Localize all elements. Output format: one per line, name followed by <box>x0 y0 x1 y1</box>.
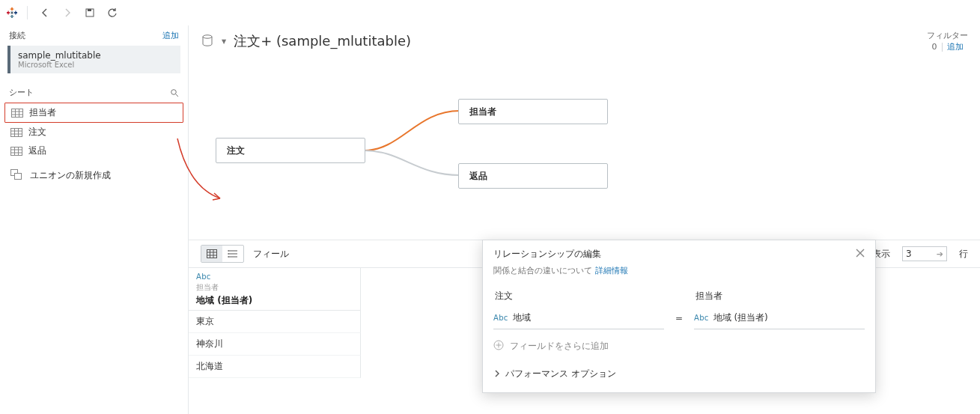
search-icon[interactable] <box>170 88 179 97</box>
add-fields-label: フィールドをさらに追加 <box>510 340 609 353</box>
refresh-button[interactable] <box>104 4 121 21</box>
new-union-button[interactable]: ユニオンの新規作成 <box>0 160 188 191</box>
data-row: 東京 <box>189 311 361 333</box>
sheet-item-label: 注文 <box>28 126 46 138</box>
filters-count: 0 <box>932 42 937 52</box>
go-arrow-icon[interactable]: ➔ <box>937 249 943 259</box>
new-union-label: ユニオンの新規作成 <box>30 169 111 182</box>
relationship-right-column: 担当者 Abc 地域 (担当者) <box>694 285 865 329</box>
svg-point-11 <box>171 89 177 94</box>
relation-curve-inactive <box>364 147 461 192</box>
svg-rect-8 <box>11 12 13 14</box>
sheet-item-label: 担当者 <box>29 106 56 119</box>
rows-suffix: 行 <box>959 248 968 261</box>
datasource-icon <box>201 34 214 49</box>
sheet-list: 担当者 注文 返品 <box>0 103 188 160</box>
datasource-title: 注文+ (sample_mlutitable) <box>234 32 411 50</box>
sheet-item-chumon[interactable]: 注文 <box>4 123 183 141</box>
toolbar-separator <box>27 6 28 19</box>
forward-button[interactable] <box>59 4 76 21</box>
connection-item[interactable]: sample_mlutitable Microsoft Excel <box>7 46 180 73</box>
svg-point-41 <box>228 256 229 258</box>
tableau-logo-icon <box>6 7 18 19</box>
connections-header: 接続 追加 <box>0 25 188 46</box>
svg-rect-1 <box>10 9 14 10</box>
connections-label: 接続 <box>9 30 25 41</box>
data-row: 神奈川 <box>189 333 361 356</box>
rel-left-field-select[interactable]: Abc 地域 <box>493 307 664 329</box>
svg-point-39 <box>228 250 229 252</box>
svg-rect-3 <box>10 16 14 16</box>
node-label: 返品 <box>469 170 487 183</box>
rows-count-value: 3 <box>906 249 912 259</box>
filters-label: フィルター <box>927 30 968 41</box>
rel-right-field-select[interactable]: Abc 地域 (担当者) <box>694 307 865 329</box>
sheet-item-henpin[interactable]: 返品 <box>4 141 183 160</box>
rel-right-header: 担当者 <box>694 285 865 307</box>
add-connection-button[interactable]: 追加 <box>162 30 179 41</box>
svg-rect-13 <box>12 109 23 117</box>
table-icon <box>11 109 23 118</box>
dialog-learn-more-link[interactable]: 詳細情報 <box>595 266 628 276</box>
performance-options-toggle[interactable]: パフォーマンス オプション <box>483 357 875 392</box>
relationship-canvas[interactable]: 注文 担当者 返品 <box>189 52 980 240</box>
dialog-subtitle: 関係と結合の違いについて 詳細情報 <box>483 262 875 285</box>
svg-rect-5 <box>8 11 9 15</box>
union-icon <box>10 169 22 182</box>
svg-point-30 <box>203 34 212 37</box>
data-row: 北海道 <box>189 356 361 378</box>
filters-box: フィルター 0 追加 <box>927 30 968 52</box>
canvas-node-henpin[interactable]: 返品 <box>458 163 608 189</box>
dialog-title: リレーションシップの編集 <box>493 248 601 261</box>
list-view-button[interactable] <box>222 246 243 262</box>
datasource-header: ▼ 注文+ (sample_mlutitable) フィルター 0 追加 <box>189 25 980 52</box>
column-header[interactable]: Abc 担当者 地域 (担当者) <box>189 268 361 311</box>
rows-count-input[interactable]: 3➔ <box>902 246 947 261</box>
column-field-name: 地域 (担当者) <box>196 294 353 307</box>
connection-type: Microsoft Excel <box>18 61 173 69</box>
table-icon <box>10 147 22 156</box>
close-icon[interactable] <box>856 249 865 260</box>
field-type-icon: Abc <box>493 314 508 322</box>
relationship-dialog: リレーションシップの編集 関係と結合の違いについて 詳細情報 注文 Abc 地域… <box>482 240 876 393</box>
back-button[interactable] <box>37 4 53 21</box>
connection-name: sample_mlutitable <box>18 50 173 61</box>
svg-rect-7 <box>15 11 16 15</box>
filters-add-button[interactable]: 追加 <box>947 41 964 52</box>
svg-rect-18 <box>11 128 22 136</box>
sheets-header: シート <box>0 73 188 103</box>
filters-divider <box>942 43 943 52</box>
canvas-node-tantousha[interactable]: 担当者 <box>458 99 608 124</box>
sheets-label: シート <box>9 87 34 98</box>
sheet-item-label: 返品 <box>28 144 46 157</box>
chevron-right-icon <box>493 369 501 380</box>
perf-options-label: パフォーマンス オプション <box>505 368 616 380</box>
main-pane: ▼ 注文+ (sample_mlutitable) フィルター 0 追加 <box>189 25 980 414</box>
save-button[interactable] <box>82 4 98 21</box>
svg-rect-23 <box>11 147 22 155</box>
column-type-icon: Abc <box>196 273 353 281</box>
column-table-name: 担当者 <box>196 282 353 293</box>
relation-curve-active <box>364 102 461 162</box>
svg-rect-29 <box>15 174 22 180</box>
dialog-sub-prefix: 関係と結合の違いについて <box>493 266 595 276</box>
plus-circle-icon <box>493 340 504 353</box>
dialog-header: リレーションシップの編集 <box>483 240 875 262</box>
rel-left-header: 注文 <box>493 285 664 307</box>
datasource-dropdown-icon[interactable]: ▼ <box>222 38 226 45</box>
top-toolbar <box>0 0 980 25</box>
relationship-left-column: 注文 Abc 地域 <box>493 285 664 329</box>
grid-view-button[interactable] <box>201 246 222 262</box>
rel-left-field-name: 地域 <box>513 311 531 324</box>
left-sidebar: 接続 追加 sample_mlutitable Microsoft Excel … <box>0 25 189 414</box>
sheet-item-tantousha[interactable]: 担当者 <box>4 103 183 123</box>
svg-rect-31 <box>207 250 217 258</box>
node-label: 注文 <box>227 144 245 157</box>
add-more-fields-button[interactable]: フィールドをさらに追加 <box>483 329 875 357</box>
svg-rect-10 <box>88 9 91 11</box>
table-icon <box>10 128 22 137</box>
svg-point-40 <box>228 253 229 255</box>
canvas-node-main[interactable]: 注文 <box>216 138 365 163</box>
sort-fields-label: フィール <box>253 248 289 261</box>
node-label: 担当者 <box>469 106 496 118</box>
